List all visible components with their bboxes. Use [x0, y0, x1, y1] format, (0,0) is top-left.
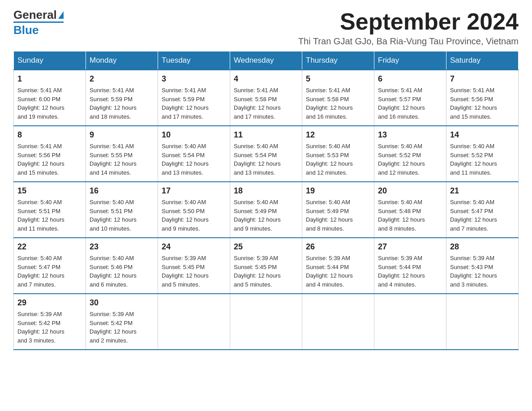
logo-general-word: General: [13, 9, 57, 21]
day-info: Sunrise: 5:40 AMSunset: 5:50 PMDaylight:…: [162, 198, 226, 233]
calendar-cell: 5Sunrise: 5:41 AMSunset: 5:58 PMDaylight…: [302, 70, 374, 126]
calendar-cell: 12Sunrise: 5:40 AMSunset: 5:53 PMDayligh…: [302, 126, 374, 182]
calendar-cell: 29Sunrise: 5:39 AMSunset: 5:42 PMDayligh…: [14, 294, 86, 350]
calendar-cell: 24Sunrise: 5:39 AMSunset: 5:45 PMDayligh…: [158, 238, 230, 294]
calendar-cell: 13Sunrise: 5:40 AMSunset: 5:52 PMDayligh…: [374, 126, 446, 182]
calendar-cell: 8Sunrise: 5:41 AMSunset: 5:56 PMDaylight…: [14, 126, 86, 182]
day-number: 17: [162, 185, 226, 197]
day-info: Sunrise: 5:39 AMSunset: 5:44 PMDaylight:…: [306, 254, 370, 289]
day-info: Sunrise: 5:40 AMSunset: 5:53 PMDaylight:…: [306, 142, 370, 177]
calendar-cell: 25Sunrise: 5:39 AMSunset: 5:45 PMDayligh…: [230, 238, 302, 294]
header-thursday: Thursday: [302, 51, 374, 70]
day-info: Sunrise: 5:40 AMSunset: 5:54 PMDaylight:…: [162, 142, 226, 177]
day-info: Sunrise: 5:41 AMSunset: 5:59 PMDaylight:…: [90, 86, 154, 121]
calendar-week-row: 8Sunrise: 5:41 AMSunset: 5:56 PMDaylight…: [14, 126, 519, 182]
calendar-cell: 4Sunrise: 5:41 AMSunset: 5:58 PMDaylight…: [230, 70, 302, 126]
day-info: Sunrise: 5:40 AMSunset: 5:47 PMDaylight:…: [450, 198, 515, 233]
calendar-week-row: 1Sunrise: 5:41 AMSunset: 6:00 PMDaylight…: [14, 70, 519, 126]
calendar-cell: [230, 294, 302, 350]
calendar-cell: [158, 294, 230, 350]
day-info: Sunrise: 5:39 AMSunset: 5:44 PMDaylight:…: [378, 254, 442, 289]
calendar-cell: 10Sunrise: 5:40 AMSunset: 5:54 PMDayligh…: [158, 126, 230, 182]
calendar-cell: 9Sunrise: 5:41 AMSunset: 5:55 PMDaylight…: [86, 126, 158, 182]
day-info: Sunrise: 5:41 AMSunset: 5:59 PMDaylight:…: [162, 86, 226, 121]
day-number: 27: [378, 241, 442, 253]
page-header: General Blue September 2024 Thi Tran GJa…: [13, 9, 519, 47]
header-saturday: Saturday: [446, 51, 519, 70]
calendar-cell: 14Sunrise: 5:40 AMSunset: 5:52 PMDayligh…: [446, 126, 519, 182]
calendar-cell: 20Sunrise: 5:40 AMSunset: 5:48 PMDayligh…: [374, 182, 446, 238]
day-number: 15: [17, 185, 82, 197]
calendar-cell: 2Sunrise: 5:41 AMSunset: 5:59 PMDaylight…: [86, 70, 158, 126]
day-info: Sunrise: 5:40 AMSunset: 5:47 PMDaylight:…: [17, 254, 82, 289]
day-info: Sunrise: 5:41 AMSunset: 5:56 PMDaylight:…: [17, 142, 82, 177]
calendar-cell: 21Sunrise: 5:40 AMSunset: 5:47 PMDayligh…: [446, 182, 519, 238]
day-number: 12: [306, 129, 370, 141]
day-number: 14: [450, 129, 515, 141]
day-number: 8: [17, 129, 82, 141]
day-number: 7: [450, 73, 515, 85]
day-number: 4: [234, 73, 298, 85]
month-title: September 2024: [298, 9, 519, 34]
day-number: 21: [450, 185, 515, 197]
day-info: Sunrise: 5:41 AMSunset: 6:00 PMDaylight:…: [17, 86, 82, 121]
day-number: 22: [17, 241, 82, 253]
calendar-cell: 22Sunrise: 5:40 AMSunset: 5:47 PMDayligh…: [14, 238, 86, 294]
calendar-cell: 17Sunrise: 5:40 AMSunset: 5:50 PMDayligh…: [158, 182, 230, 238]
logo-blue-word: Blue: [13, 23, 39, 37]
day-number: 9: [90, 129, 154, 141]
day-info: Sunrise: 5:39 AMSunset: 5:42 PMDaylight:…: [17, 310, 82, 345]
calendar-cell: 27Sunrise: 5:39 AMSunset: 5:44 PMDayligh…: [374, 238, 446, 294]
day-info: Sunrise: 5:40 AMSunset: 5:52 PMDaylight:…: [450, 142, 515, 177]
day-number: 16: [90, 185, 154, 197]
calendar-cell: 30Sunrise: 5:39 AMSunset: 5:42 PMDayligh…: [86, 294, 158, 350]
day-info: Sunrise: 5:40 AMSunset: 5:46 PMDaylight:…: [90, 254, 154, 289]
calendar-cell: 18Sunrise: 5:40 AMSunset: 5:49 PMDayligh…: [230, 182, 302, 238]
calendar-cell: 23Sunrise: 5:40 AMSunset: 5:46 PMDayligh…: [86, 238, 158, 294]
calendar-cell: 6Sunrise: 5:41 AMSunset: 5:57 PMDaylight…: [374, 70, 446, 126]
header-tuesday: Tuesday: [158, 51, 230, 70]
day-number: 23: [90, 241, 154, 253]
day-info: Sunrise: 5:41 AMSunset: 5:55 PMDaylight:…: [90, 142, 154, 177]
calendar-cell: 16Sunrise: 5:40 AMSunset: 5:51 PMDayligh…: [86, 182, 158, 238]
day-number: 18: [234, 185, 298, 197]
calendar-header-row: SundayMondayTuesdayWednesdayThursdayFrid…: [14, 51, 519, 70]
day-info: Sunrise: 5:40 AMSunset: 5:52 PMDaylight:…: [378, 142, 442, 177]
calendar-cell: 15Sunrise: 5:40 AMSunset: 5:51 PMDayligh…: [14, 182, 86, 238]
day-info: Sunrise: 5:40 AMSunset: 5:49 PMDaylight:…: [306, 198, 370, 233]
header-sunday: Sunday: [14, 51, 86, 70]
day-number: 19: [306, 185, 370, 197]
day-info: Sunrise: 5:41 AMSunset: 5:56 PMDaylight:…: [450, 86, 515, 121]
title-area: September 2024 Thi Tran GJat GJo, Ba Ria…: [298, 9, 519, 47]
calendar-cell: 26Sunrise: 5:39 AMSunset: 5:44 PMDayligh…: [302, 238, 374, 294]
day-number: 29: [17, 297, 82, 309]
day-number: 26: [306, 241, 370, 253]
calendar-cell: [374, 294, 446, 350]
day-number: 5: [306, 73, 370, 85]
day-number: 3: [162, 73, 226, 85]
calendar-cell: 3Sunrise: 5:41 AMSunset: 5:59 PMDaylight…: [158, 70, 230, 126]
day-number: 30: [90, 297, 154, 309]
day-info: Sunrise: 5:39 AMSunset: 5:45 PMDaylight:…: [234, 254, 298, 289]
day-number: 13: [378, 129, 442, 141]
header-friday: Friday: [374, 51, 446, 70]
day-info: Sunrise: 5:41 AMSunset: 5:58 PMDaylight:…: [306, 86, 370, 121]
day-info: Sunrise: 5:41 AMSunset: 5:58 PMDaylight:…: [234, 86, 298, 121]
day-info: Sunrise: 5:41 AMSunset: 5:57 PMDaylight:…: [378, 86, 442, 121]
day-info: Sunrise: 5:39 AMSunset: 5:43 PMDaylight:…: [450, 254, 515, 289]
logo: General Blue: [13, 9, 64, 37]
day-info: Sunrise: 5:40 AMSunset: 5:51 PMDaylight:…: [90, 198, 154, 233]
day-info: Sunrise: 5:40 AMSunset: 5:51 PMDaylight:…: [17, 198, 82, 233]
day-info: Sunrise: 5:40 AMSunset: 5:48 PMDaylight:…: [378, 198, 442, 233]
calendar-week-row: 15Sunrise: 5:40 AMSunset: 5:51 PMDayligh…: [14, 182, 519, 238]
logo-row: General: [13, 9, 64, 21]
calendar-cell: [302, 294, 374, 350]
calendar-cell: 28Sunrise: 5:39 AMSunset: 5:43 PMDayligh…: [446, 238, 519, 294]
calendar-week-row: 29Sunrise: 5:39 AMSunset: 5:42 PMDayligh…: [14, 294, 519, 350]
day-info: Sunrise: 5:39 AMSunset: 5:45 PMDaylight:…: [162, 254, 226, 289]
header-wednesday: Wednesday: [230, 51, 302, 70]
calendar-cell: 1Sunrise: 5:41 AMSunset: 6:00 PMDaylight…: [14, 70, 86, 126]
day-number: 28: [450, 241, 515, 253]
calendar-week-row: 22Sunrise: 5:40 AMSunset: 5:47 PMDayligh…: [14, 238, 519, 294]
day-number: 1: [17, 73, 82, 85]
